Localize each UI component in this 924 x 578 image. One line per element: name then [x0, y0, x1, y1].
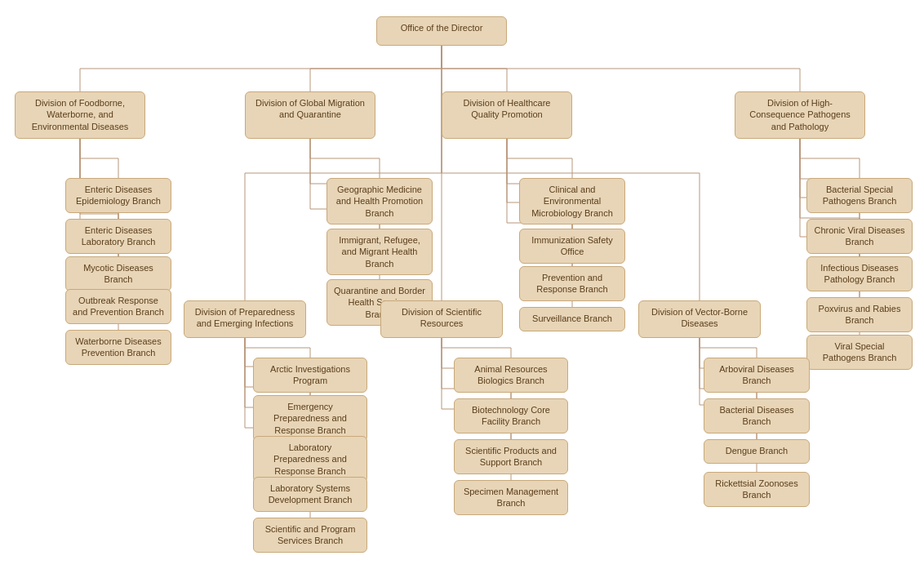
node-scientific_prog: Scientific and Program Services Branch — [253, 518, 367, 553]
node-div_preparedness: Division of Preparedness and Emerging In… — [184, 300, 306, 338]
node-outbreak: Outbreak Response and Prevention Branch — [65, 289, 171, 324]
node-div_healthcare: Division of Healthcare Quality Promotion — [442, 91, 572, 139]
node-enteric_epi: Enteric Diseases Epidemiology Branch — [65, 178, 171, 213]
node-scientific_prod: Scientific Products and Support Branch — [454, 439, 568, 474]
org-chart: Office of the DirectorDivision of Foodbo… — [0, 0, 924, 41]
node-poxvirus: Poxvirus and Rabies Branch — [806, 297, 913, 332]
node-div_foodborne: Division of Foodborne, Waterborne, and E… — [15, 91, 145, 139]
node-lab_prep: Laboratory Preparedness and Response Bra… — [253, 436, 367, 482]
node-specimen: Specimen Management Branch — [454, 480, 568, 515]
node-prevention_resp: Prevention and Response Branch — [519, 266, 625, 301]
node-div_highconseq: Division of High-Consequence Pathogens a… — [735, 91, 865, 139]
node-surveillance: Surveillance Branch — [519, 307, 625, 331]
node-geo_med: Geographic Medicine and Health Promotion… — [327, 178, 433, 225]
node-arboviral: Arboviral Diseases Branch — [704, 358, 810, 393]
node-lab_systems: Laboratory Systems Development Branch — [253, 477, 367, 512]
node-biotech: Biotechnology Core Facility Branch — [454, 398, 568, 434]
node-arctic: Arctic Investigations Program — [253, 358, 367, 393]
node-div_global: Division of Global Migration and Quarant… — [245, 91, 375, 139]
node-bacterial_dis: Bacterial Diseases Branch — [704, 398, 810, 434]
node-viral_sp: Viral Special Pathogens Branch — [806, 335, 913, 370]
node-enteric_lab: Enteric Diseases Laboratory Branch — [65, 219, 171, 254]
node-mycotic: Mycotic Diseases Branch — [65, 256, 171, 291]
node-clinical_env: Clinical and Environmental Microbiology … — [519, 178, 625, 225]
node-director: Office of the Director — [376, 16, 507, 46]
node-emergency_prep: Emergency Preparedness and Response Bran… — [253, 395, 367, 442]
node-immigrant: Immigrant, Refugee, and Migrant Health B… — [327, 229, 433, 275]
node-animal_res: Animal Resources Biologics Branch — [454, 358, 568, 393]
node-rickettsial: Rickettsial Zoonoses Branch — [704, 472, 810, 507]
node-div_vectorborne: Division of Vector-Borne Diseases — [638, 300, 761, 338]
node-immunization: Immunization Safety Office — [519, 229, 625, 264]
node-dengue: Dengue Branch — [704, 439, 810, 464]
node-chronic_viral: Chronic Viral Diseases Branch — [806, 219, 913, 254]
node-waterborne: Waterborne Diseases Prevention Branch — [65, 330, 171, 365]
node-bacterial_sp: Bacterial Special Pathogens Branch — [806, 178, 913, 213]
node-div_scientific: Division of Scientific Resources — [380, 300, 503, 338]
node-infectious_path: Infectious Diseases Pathology Branch — [806, 256, 913, 291]
